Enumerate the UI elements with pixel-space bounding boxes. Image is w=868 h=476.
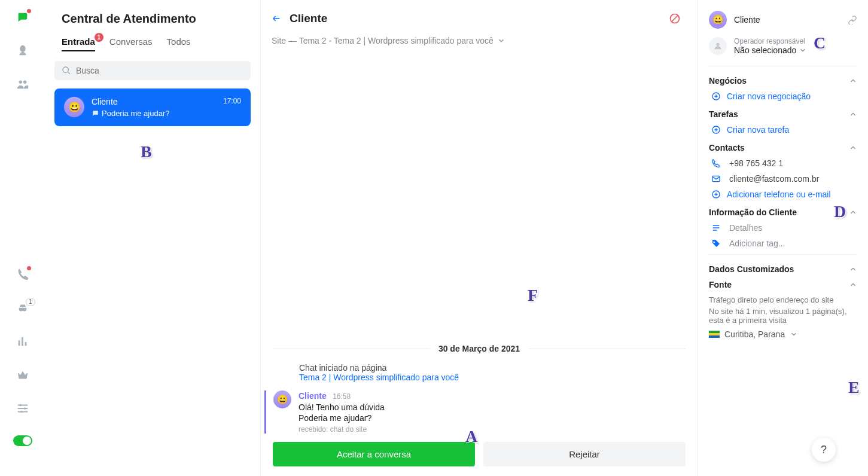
chat-item-preview: Poderia me ajudar?	[102, 109, 169, 118]
create-deal-link[interactable]: Criar nova negociação	[711, 91, 857, 101]
message-author: Cliente	[299, 391, 327, 401]
create-task-link[interactable]: Criar nova tarefa	[711, 125, 857, 135]
inbox-title: Central de Atendimento	[62, 12, 251, 26]
section-negocios[interactable]: Negócios	[709, 76, 857, 86]
contact-email[interactable]: cliente@fastcom.com.br	[711, 174, 857, 184]
help-button[interactable]: ?	[812, 438, 836, 462]
location[interactable]: Curitiba, Parana	[709, 329, 857, 339]
svg-point-1	[23, 407, 26, 410]
chat-list-item[interactable]: 😀 Cliente 17:00 Poderia me ajudar?	[54, 89, 251, 126]
source-breadcrumb[interactable]: Site — Tema 2 - Tema 2 | Wordpress simpl…	[272, 36, 681, 45]
search-input[interactable]	[76, 66, 243, 75]
chat-item-time: 17:00	[223, 97, 241, 106]
link-icon[interactable]	[848, 15, 857, 25]
date-separator: 30 de Março de 2021	[273, 344, 686, 353]
details-client-name: Cliente	[734, 15, 760, 25]
reject-button[interactable]: Rejeitar	[483, 442, 686, 466]
back-arrow-icon[interactable]	[272, 14, 281, 23]
section-contacts[interactable]: Contacts	[709, 143, 857, 152]
operator-label: Operador responsável	[734, 37, 807, 45]
crown-icon[interactable]	[16, 368, 29, 384]
search-box[interactable]	[54, 61, 251, 80]
phone-icon[interactable]	[16, 268, 29, 283]
svg-point-4	[716, 43, 719, 46]
details-link[interactable]: Detalhes	[711, 223, 857, 233]
source-line-2: No site há 1 min, visualizou 1 página(s)…	[709, 307, 857, 325]
settings-icon[interactable]	[16, 402, 29, 417]
system-message: Chat iniciado na página Tema 2 | Wordpre…	[299, 363, 686, 382]
section-custom[interactable]: Dados Customizados	[709, 264, 857, 274]
svg-point-2	[20, 411, 23, 413]
tab-inbox-label: Entrada	[62, 36, 95, 47]
contact-phone[interactable]: +98 765 432 1	[711, 158, 857, 168]
tab-todos[interactable]: Todos	[167, 36, 191, 51]
details-avatar: 😀	[709, 11, 727, 29]
message-time: 16:58	[333, 392, 351, 401]
svg-point-0	[19, 404, 22, 407]
chat-message: 😀 Cliente 16:58 Olá! Tenho uma dúvida Po…	[264, 390, 686, 434]
app-logo-icon[interactable]	[16, 11, 29, 26]
conversation-title: Cliente	[290, 12, 327, 25]
binoculars-icon[interactable]: 1	[16, 301, 29, 317]
stats-icon[interactable]	[16, 335, 29, 350]
accept-button[interactable]: Aceitar a conversa	[273, 442, 475, 466]
chat-item-name: Cliente	[92, 97, 118, 106]
section-tarefas[interactable]: Tarefas	[709, 109, 857, 119]
agent-icon[interactable]	[16, 44, 29, 60]
message-text-2: Poderia me ajudar?	[299, 413, 385, 423]
people-icon[interactable]	[16, 78, 29, 93]
online-toggle[interactable]	[13, 435, 32, 446]
tab-conversas[interactable]: Conversas	[109, 36, 153, 51]
tab-inbox-count: 1	[95, 33, 103, 42]
operator-avatar-placeholder	[709, 37, 727, 55]
add-contact-link[interactable]: Adicionar telefone ou e-mail	[711, 190, 857, 199]
tab-inbox[interactable]: Entrada 1	[62, 36, 95, 51]
section-fonte[interactable]: Fonte	[709, 280, 857, 289]
message-avatar: 😀	[273, 390, 291, 408]
block-icon[interactable]	[669, 13, 681, 25]
add-tag-link[interactable]: Adicionar tag...	[711, 239, 857, 248]
operator-select[interactable]: Não selecionado	[734, 45, 807, 55]
brazil-flag-icon	[709, 331, 720, 338]
message-text-1: Olá! Tenho uma dúvida	[299, 402, 385, 412]
system-message-link[interactable]: Tema 2 | Wordpress simplificado para voc…	[299, 373, 459, 382]
message-meta: recebido: chat do site	[299, 425, 385, 434]
client-avatar: 😀	[64, 97, 84, 117]
source-line-1: Tráfego direto pelo endereço do site	[709, 295, 857, 304]
section-clientinfo[interactable]: Informação do Cliente	[709, 208, 857, 217]
